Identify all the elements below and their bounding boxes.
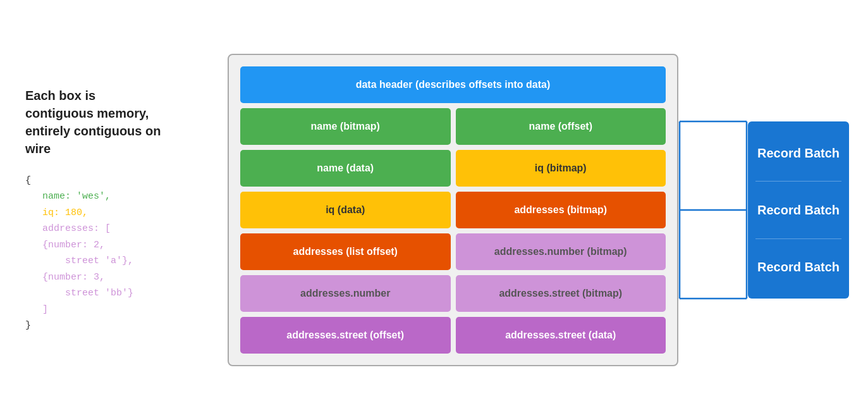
code-close-bracket: ] (25, 302, 215, 318)
cell-addresses-number-bitmap: addresses.number (bitmap) (456, 233, 666, 270)
grid-layout: data header (describes offsets into data… (240, 66, 666, 354)
desc-line2: contiguous memory, (25, 106, 149, 120)
record-batch-3: Record Batch (755, 252, 841, 281)
code-obj2-street: street 'bb'} (25, 285, 215, 302)
cell-addresses-bitmap: addresses (bitmap) (456, 192, 666, 228)
code-open-brace: { (25, 173, 215, 189)
cell-iq-data: iq (data) (240, 192, 451, 228)
record-batch-2: Record Batch (755, 195, 841, 225)
divider-1 (755, 181, 841, 182)
code-name-line: name: 'wes', (25, 188, 215, 205)
record-batch-1: Record Batch (755, 139, 841, 168)
record-batch-panel: Record Batch Record Batch Record Batch (748, 121, 849, 299)
cell-name-offset: name (offset) (456, 108, 666, 145)
page-layout: Each box is contiguous memory, entirely … (19, 13, 849, 407)
code-addresses-open: addresses: [ (25, 221, 215, 237)
code-block: { name: 'wes', iq: 180, addresses: [ {nu… (25, 173, 215, 334)
cell-data-header: data header (describes offsets into data… (240, 66, 666, 103)
desc-line3: entirely contiguous on (25, 124, 161, 138)
diagram-box: data header (describes offsets into data… (228, 54, 678, 366)
cell-addresses-list-offset: addresses (list offset) (240, 233, 451, 270)
connector-svg (678, 71, 748, 349)
code-obj1-street: street 'a'}, (25, 253, 215, 269)
cell-name-data: name (data) (240, 150, 451, 187)
code-obj2-open: {number: 3, (25, 269, 215, 286)
cell-iq-bitmap: iq (bitmap) (456, 150, 666, 187)
code-obj1-open: {number: 2, (25, 237, 215, 254)
connector-area (678, 71, 748, 349)
desc-line4: wire (25, 142, 51, 156)
cell-addresses-street-offset: addresses.street (offset) (240, 317, 451, 354)
code-iq-line: iq: 180, (25, 205, 215, 221)
divider-2 (755, 238, 841, 239)
cell-name-bitmap: name (bitmap) (240, 108, 451, 145)
left-panel: Each box is contiguous memory, entirely … (19, 80, 228, 340)
cell-addresses-street-bitmap: addresses.street (bitmap) (456, 275, 666, 312)
description-text: Each box is contiguous memory, entirely … (25, 87, 215, 158)
cell-addresses-number: addresses.number (240, 275, 451, 312)
code-close-brace: } (25, 318, 215, 334)
desc-line1: Each box is (25, 89, 95, 102)
diagram-wrapper: data header (describes offsets into data… (228, 54, 849, 366)
cell-addresses-street-data: addresses.street (data) (456, 317, 666, 354)
